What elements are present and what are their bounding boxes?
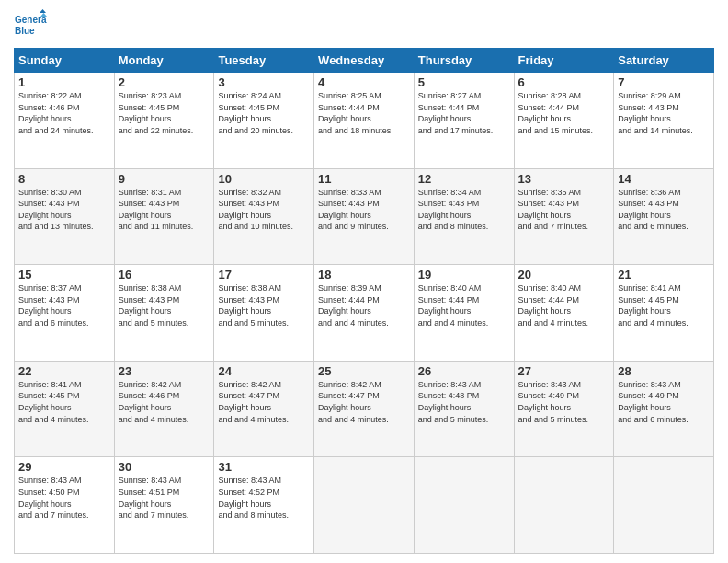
table-row: 24 Sunrise: 8:42 AMSunset: 4:47 PMDaylig… xyxy=(214,361,314,457)
table-row: 31 Sunrise: 8:43 AMSunset: 4:52 PMDaylig… xyxy=(214,457,314,554)
cell-text: Sunrise: 8:35 AMSunset: 4:43 PMDaylight … xyxy=(518,188,589,232)
day-number: 29 xyxy=(18,460,110,474)
day-number: 31 xyxy=(218,460,310,474)
cell-text: Sunrise: 8:36 AMSunset: 4:43 PMDaylight … xyxy=(618,188,688,232)
table-row: 9 Sunrise: 8:31 AMSunset: 4:43 PMDayligh… xyxy=(114,168,214,265)
cell-text: Sunrise: 8:37 AMSunset: 4:43 PMDaylight … xyxy=(18,283,89,327)
day-number: 30 xyxy=(119,460,210,474)
table-row: 8 Sunrise: 8:30 AMSunset: 4:43 PMDayligh… xyxy=(15,168,115,265)
table-row: 16 Sunrise: 8:38 AMSunset: 4:43 PMDaylig… xyxy=(114,265,214,362)
cell-text: Sunrise: 8:43 AMSunset: 4:50 PMDaylight … xyxy=(18,476,89,520)
table-row: 15 Sunrise: 8:37 AMSunset: 4:43 PMDaylig… xyxy=(15,265,115,362)
day-number: 26 xyxy=(418,364,510,378)
day-number: 8 xyxy=(18,172,110,186)
calendar-week-row: 22 Sunrise: 8:41 AMSunset: 4:45 PMDaylig… xyxy=(15,361,714,457)
cell-text: Sunrise: 8:29 AMSunset: 4:43 PMDaylight … xyxy=(618,91,693,135)
day-number: 4 xyxy=(318,75,410,89)
calendar-week-row: 15 Sunrise: 8:37 AMSunset: 4:43 PMDaylig… xyxy=(15,265,714,362)
cell-text: Sunrise: 8:34 AMSunset: 4:43 PMDaylight … xyxy=(418,188,489,232)
day-number: 25 xyxy=(318,364,410,378)
col-monday: Monday xyxy=(114,49,214,73)
day-number: 13 xyxy=(518,172,610,186)
day-number: 11 xyxy=(318,172,410,186)
cell-text: Sunrise: 8:43 AMSunset: 4:52 PMDaylight … xyxy=(218,476,289,520)
cell-text: Sunrise: 8:33 AMSunset: 4:43 PMDaylight … xyxy=(318,188,389,232)
day-number: 23 xyxy=(119,364,210,378)
cell-text: Sunrise: 8:30 AMSunset: 4:43 PMDaylight … xyxy=(18,188,94,232)
table-row xyxy=(314,457,415,554)
day-number: 1 xyxy=(18,75,110,89)
table-row: 20 Sunrise: 8:40 AMSunset: 4:44 PMDaylig… xyxy=(514,265,614,362)
table-row: 7 Sunrise: 8:29 AMSunset: 4:43 PMDayligh… xyxy=(614,73,714,169)
day-number: 7 xyxy=(618,75,710,89)
day-number: 24 xyxy=(218,364,310,378)
cell-text: Sunrise: 8:42 AMSunset: 4:47 PMDaylight … xyxy=(318,380,389,424)
cell-text: Sunrise: 8:27 AMSunset: 4:44 PMDaylight … xyxy=(418,91,494,135)
table-row: 27 Sunrise: 8:43 AMSunset: 4:49 PMDaylig… xyxy=(514,361,614,457)
calendar-week-row: 8 Sunrise: 8:30 AMSunset: 4:43 PMDayligh… xyxy=(15,168,714,265)
day-number: 12 xyxy=(418,172,510,186)
cell-text: Sunrise: 8:23 AMSunset: 4:45 PMDaylight … xyxy=(119,91,194,135)
cell-text: Sunrise: 8:31 AMSunset: 4:43 PMDaylight … xyxy=(119,188,194,232)
table-row: 30 Sunrise: 8:43 AMSunset: 4:51 PMDaylig… xyxy=(114,457,214,554)
cell-text: Sunrise: 8:32 AMSunset: 4:43 PMDaylight … xyxy=(218,188,293,232)
cell-text: Sunrise: 8:43 AMSunset: 4:48 PMDaylight … xyxy=(418,380,489,424)
table-row: 28 Sunrise: 8:43 AMSunset: 4:49 PMDaylig… xyxy=(614,361,714,457)
day-number: 17 xyxy=(218,268,310,282)
cell-text: Sunrise: 8:43 AMSunset: 4:51 PMDaylight … xyxy=(119,476,189,520)
table-row xyxy=(514,457,614,554)
cell-text: Sunrise: 8:28 AMSunset: 4:44 PMDaylight … xyxy=(518,91,594,135)
day-number: 10 xyxy=(218,172,310,186)
table-row: 4 Sunrise: 8:25 AMSunset: 4:44 PMDayligh… xyxy=(314,73,415,169)
table-row xyxy=(414,457,514,554)
day-number: 28 xyxy=(618,364,710,378)
table-row: 19 Sunrise: 8:40 AMSunset: 4:44 PMDaylig… xyxy=(414,265,514,362)
table-row: 21 Sunrise: 8:41 AMSunset: 4:45 PMDaylig… xyxy=(614,265,714,362)
table-row: 11 Sunrise: 8:33 AMSunset: 4:43 PMDaylig… xyxy=(314,168,415,265)
table-row: 22 Sunrise: 8:41 AMSunset: 4:45 PMDaylig… xyxy=(15,361,115,457)
table-row: 3 Sunrise: 8:24 AMSunset: 4:45 PMDayligh… xyxy=(214,73,314,169)
cell-text: Sunrise: 8:39 AMSunset: 4:44 PMDaylight … xyxy=(318,283,389,327)
col-wednesday: Wednesday xyxy=(314,49,415,73)
day-number: 3 xyxy=(218,75,310,89)
col-thursday: Thursday xyxy=(414,49,514,73)
svg-text:Blue: Blue xyxy=(15,26,35,36)
table-row: 10 Sunrise: 8:32 AMSunset: 4:43 PMDaylig… xyxy=(214,168,314,265)
table-row: 13 Sunrise: 8:35 AMSunset: 4:43 PMDaylig… xyxy=(514,168,614,265)
day-number: 19 xyxy=(418,268,510,282)
table-row: 17 Sunrise: 8:38 AMSunset: 4:43 PMDaylig… xyxy=(214,265,314,362)
cell-text: Sunrise: 8:25 AMSunset: 4:44 PMDaylight … xyxy=(318,91,393,135)
header: General Blue xyxy=(14,9,714,42)
day-number: 18 xyxy=(318,268,410,282)
table-row: 12 Sunrise: 8:34 AMSunset: 4:43 PMDaylig… xyxy=(414,168,514,265)
calendar-week-row: 1 Sunrise: 8:22 AMSunset: 4:46 PMDayligh… xyxy=(15,73,714,169)
day-number: 15 xyxy=(18,268,110,282)
table-row: 14 Sunrise: 8:36 AMSunset: 4:43 PMDaylig… xyxy=(614,168,714,265)
calendar-table: Sunday Monday Tuesday Wednesday Thursday… xyxy=(14,48,714,554)
table-row xyxy=(614,457,714,554)
day-number: 6 xyxy=(518,75,610,89)
day-number: 2 xyxy=(119,75,210,89)
cell-text: Sunrise: 8:42 AMSunset: 4:47 PMDaylight … xyxy=(218,380,289,424)
table-row: 23 Sunrise: 8:42 AMSunset: 4:46 PMDaylig… xyxy=(114,361,214,457)
cell-text: Sunrise: 8:42 AMSunset: 4:46 PMDaylight … xyxy=(119,380,189,424)
col-tuesday: Tuesday xyxy=(214,49,314,73)
table-row: 18 Sunrise: 8:39 AMSunset: 4:44 PMDaylig… xyxy=(314,265,415,362)
table-row: 6 Sunrise: 8:28 AMSunset: 4:44 PMDayligh… xyxy=(514,73,614,169)
day-number: 22 xyxy=(18,364,110,378)
logo-svg: General Blue xyxy=(14,9,47,42)
cell-text: Sunrise: 8:40 AMSunset: 4:44 PMDaylight … xyxy=(518,283,589,327)
col-sunday: Sunday xyxy=(15,49,115,73)
cell-text: Sunrise: 8:24 AMSunset: 4:45 PMDaylight … xyxy=(218,91,293,135)
day-number: 9 xyxy=(119,172,210,186)
cell-text: Sunrise: 8:43 AMSunset: 4:49 PMDaylight … xyxy=(618,380,688,424)
cell-text: Sunrise: 8:38 AMSunset: 4:43 PMDaylight … xyxy=(218,283,289,327)
day-number: 16 xyxy=(119,268,210,282)
day-number: 21 xyxy=(618,268,710,282)
col-saturday: Saturday xyxy=(614,49,714,73)
calendar-week-row: 29 Sunrise: 8:43 AMSunset: 4:50 PMDaylig… xyxy=(15,457,714,554)
cell-text: Sunrise: 8:40 AMSunset: 4:44 PMDaylight … xyxy=(418,283,489,327)
col-friday: Friday xyxy=(514,49,614,73)
table-row: 29 Sunrise: 8:43 AMSunset: 4:50 PMDaylig… xyxy=(15,457,115,554)
table-row: 1 Sunrise: 8:22 AMSunset: 4:46 PMDayligh… xyxy=(15,73,115,169)
